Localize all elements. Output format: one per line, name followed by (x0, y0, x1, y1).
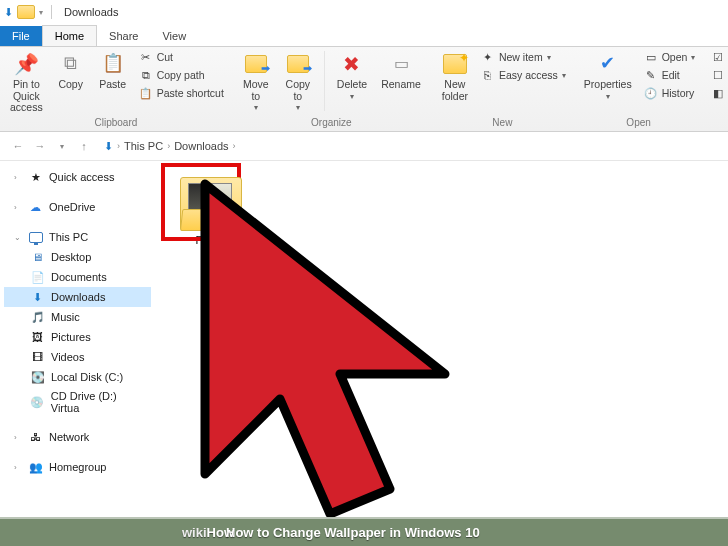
breadcrumb-this-pc[interactable]: This PC (124, 140, 163, 152)
paste-button[interactable]: 📋 Paste (95, 49, 131, 93)
sidebar-item-this-pc[interactable]: ⌄This PC (4, 227, 151, 247)
sidebar-item-onedrive[interactable]: ›☁OneDrive (4, 197, 151, 217)
group-label: Organize (238, 117, 425, 130)
wikihow-banner: wikiHow How to Change Wallpaper in Windo… (0, 517, 728, 546)
sidebar-item-downloads[interactable]: ⬇Downloads (4, 287, 151, 307)
network-icon: 🖧 (28, 430, 43, 444)
paste-shortcut-button[interactable]: 📋Paste shortcut (137, 85, 226, 101)
cloud-icon: ☁ (28, 200, 43, 214)
back-button[interactable]: ← (10, 138, 26, 154)
new-item-button[interactable]: ✦New item (479, 49, 568, 65)
star-icon: ★ (28, 170, 43, 184)
breadcrumb-downloads[interactable]: Downloads (174, 140, 228, 152)
disk-icon: 💽 (30, 370, 45, 384)
select-all-icon: ☑ (711, 50, 725, 64)
sidebar-item-network[interactable]: ›🖧Network (4, 427, 151, 447)
rename-button[interactable]: ▭ Rename (377, 49, 425, 93)
expand-icon[interactable]: › (14, 433, 22, 442)
pictures-icon: 🖼 (30, 330, 45, 344)
homegroup-icon: 👥 (28, 460, 43, 474)
chevron-icon[interactable]: › (167, 141, 170, 151)
new-item-icon: ✦ (481, 50, 495, 64)
sidebar-item-homegroup[interactable]: ›👥Homegroup (4, 457, 151, 477)
downloads-icon: ⬇ (30, 290, 45, 304)
sidebar-item-pictures[interactable]: 🖼Pictures (4, 327, 151, 347)
ribbon-tabs: File Home Share View (0, 24, 728, 46)
group-label: Select (709, 117, 728, 130)
wikihow-logo: wikiHow (182, 525, 234, 540)
down-arrow-icon[interactable]: ⬇ (4, 6, 13, 19)
expand-icon[interactable]: › (14, 203, 22, 212)
expand-icon[interactable]: › (14, 173, 22, 182)
copy-icon: ⧉ (57, 51, 85, 77)
pin-to-quick-access-button[interactable]: 📌 Pin to Quick access (6, 49, 47, 116)
edit-button[interactable]: ✎Edit (642, 67, 698, 83)
recent-dropdown[interactable]: ▾ (54, 138, 70, 154)
sidebar-item-desktop[interactable]: 🖥Desktop (4, 247, 151, 267)
rename-icon: ▭ (387, 51, 415, 77)
move-to-button[interactable]: ➡ Move to (238, 49, 274, 115)
properties-icon: ✔ (594, 51, 622, 77)
tab-home[interactable]: Home (42, 25, 97, 46)
invert-selection-button[interactable]: ◧Invert selection (709, 85, 728, 101)
sidebar-item-documents[interactable]: 📄Documents (4, 267, 151, 287)
desktop-icon: 🖥 (30, 250, 45, 264)
breadcrumb-down-icon[interactable]: ⬇ (104, 140, 113, 153)
paste-icon: 📋 (99, 51, 127, 77)
group-new: ✦ New folder ✦New item ⎘Easy access New (431, 47, 574, 131)
collapse-icon[interactable]: ⌄ (14, 233, 22, 242)
group-label: Clipboard (6, 117, 226, 130)
copy-to-button[interactable]: ➡ Copy to (280, 49, 316, 115)
qat-dropdown-icon[interactable]: ▾ (39, 8, 43, 17)
select-all-button[interactable]: ☑Select all (709, 49, 728, 65)
move-to-icon: ➡ (242, 51, 270, 77)
separator (51, 5, 52, 19)
new-folder-button[interactable]: ✦ New folder (437, 49, 473, 104)
group-label: Open (580, 117, 698, 130)
sidebar-item-quick-access[interactable]: ›★Quick access (4, 167, 151, 187)
title-bar: ⬇ ▾ Downloads (0, 0, 728, 24)
sidebar-item-music[interactable]: 🎵Music (4, 307, 151, 327)
easy-access-icon: ⎘ (481, 68, 495, 82)
chevron-icon[interactable]: › (233, 141, 236, 151)
folder-thumbnail (180, 177, 242, 231)
open-icon: ▭ (644, 50, 658, 64)
tab-view[interactable]: View (150, 26, 198, 46)
sidebar-item-videos[interactable]: 🎞Videos (4, 347, 151, 367)
group-label: New (437, 117, 568, 130)
pin-icon: 📌 (12, 51, 40, 77)
history-icon: 🕘 (644, 86, 658, 100)
sidebar-item-local-disk[interactable]: 💽Local Disk (C:) (4, 367, 151, 387)
folder-icon[interactable] (17, 5, 35, 19)
easy-access-button[interactable]: ⎘Easy access (479, 67, 568, 83)
copy-path-icon: ⧉ (139, 68, 153, 82)
chevron-icon[interactable]: › (117, 141, 120, 151)
banner-title: How to Change Wallpaper in Windows 10 (226, 525, 480, 540)
breadcrumb: ⬇ › This PC › Downloads › (104, 140, 238, 153)
sidebar-item-cd-drive[interactable]: 💿CD Drive (D:) Virtua (4, 387, 151, 417)
content-pane[interactable]: Forest (155, 161, 728, 517)
select-none-button[interactable]: ☐Select none (709, 67, 728, 83)
open-button[interactable]: ▭Open (642, 49, 698, 65)
delete-icon: ✖ (338, 51, 366, 77)
group-select: ☑Select all ☐Select none ◧Invert selecti… (703, 47, 728, 131)
videos-icon: 🎞 (30, 350, 45, 364)
up-button[interactable]: ↑ (76, 138, 92, 154)
cut-button[interactable]: ✂Cut (137, 49, 226, 65)
history-button[interactable]: 🕘History (642, 85, 698, 101)
properties-button[interactable]: ✔ Properties (580, 49, 636, 103)
group-organize: ➡ Move to ➡ Copy to ✖ Delete ▭ Rename Or… (232, 47, 431, 131)
paste-shortcut-icon: 📋 (139, 86, 153, 100)
select-none-icon: ☐ (711, 68, 725, 82)
copy-path-button[interactable]: ⧉Copy path (137, 67, 226, 83)
forward-button[interactable]: → (32, 138, 48, 154)
new-folder-icon: ✦ (441, 51, 469, 77)
edit-icon: ✎ (644, 68, 658, 82)
group-clipboard: 📌 Pin to Quick access ⧉ Copy 📋 Paste ✂Cu… (0, 47, 232, 131)
music-icon: 🎵 (30, 310, 45, 324)
tab-share[interactable]: Share (97, 26, 150, 46)
tab-file[interactable]: File (0, 26, 42, 46)
delete-button[interactable]: ✖ Delete (333, 49, 371, 103)
expand-icon[interactable]: › (14, 463, 22, 472)
copy-button[interactable]: ⧉ Copy (53, 49, 89, 93)
